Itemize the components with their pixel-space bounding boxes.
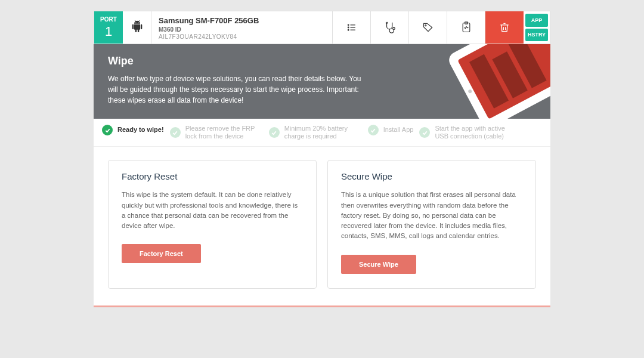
app-window: PORT 1 Samsung SM-F700F 256GB M360 ID AI… [94, 11, 550, 307]
svg-point-4 [348, 29, 349, 30]
secure-wipe-button[interactable]: Secure Wipe [341, 255, 416, 274]
status-ready: Ready to wipe! [102, 125, 164, 135]
list-icon[interactable] [333, 11, 371, 44]
status-text: Install App [383, 126, 414, 134]
status-frp: Please remove the FRP lock from the devi… [170, 125, 263, 140]
svg-point-9 [425, 25, 426, 26]
tablet-illustration [419, 44, 550, 119]
side-buttons: APP HSTRY [524, 11, 550, 44]
wipe-banner: Wipe We offer two type of device wipe so… [94, 44, 550, 119]
footer-accent [94, 305, 550, 307]
svg-point-0 [348, 24, 349, 26]
app-button[interactable]: APP [525, 14, 548, 27]
status-text: Start the app with active USB connection… [435, 125, 512, 140]
diagnostics-icon[interactable] [371, 11, 409, 44]
device-sub-label: M360 ID [159, 26, 325, 33]
svg-point-6 [392, 27, 395, 30]
wipe-icon[interactable] [485, 11, 524, 44]
wipe-options: Factory Reset This wipe is the system de… [94, 147, 550, 305]
svg-point-2 [348, 27, 349, 28]
secure-wipe-card: Secure Wipe This is a unique solution th… [327, 160, 536, 288]
factory-reset-card: Factory Reset This wipe is the system de… [108, 160, 317, 288]
banner-body: We offer two type of device wipe solutio… [108, 73, 370, 106]
card-body: This wipe is the system default. It can … [122, 190, 303, 231]
port-label: PORT [100, 16, 117, 23]
android-icon [131, 20, 143, 35]
tag-icon[interactable] [409, 11, 447, 44]
port-number: 1 [105, 24, 112, 39]
check-icon [368, 125, 379, 135]
top-bar: PORT 1 Samsung SM-F700F 256GB M360 ID AI… [94, 11, 550, 44]
card-body: This is a unique solution that first era… [341, 190, 522, 241]
status-text: Please remove the FRP lock from the devi… [185, 125, 263, 140]
card-title: Secure Wipe [341, 171, 522, 181]
factory-reset-button[interactable]: Factory Reset [122, 244, 201, 263]
status-row: Ready to wipe! Please remove the FRP loc… [94, 119, 550, 147]
check-icon [170, 127, 181, 138]
check-icon [102, 125, 113, 135]
port-indicator: PORT 1 [94, 11, 123, 44]
status-text: Ready to wipe! [117, 126, 164, 134]
card-title: Factory Reset [122, 171, 303, 181]
device-id: AIL7F3OUAR242LYOKV84 [159, 33, 325, 40]
status-usb: Start the app with active USB connection… [419, 125, 512, 140]
status-text: Minimum 20% battery charge is required [284, 125, 362, 140]
device-info: Samsung SM-F700F 256GB M360 ID AIL7F3OUA… [151, 11, 333, 44]
status-battery: Minimum 20% battery charge is required [269, 125, 362, 140]
device-name: Samsung SM-F700F 256GB [159, 16, 325, 25]
check-icon [269, 127, 280, 138]
status-install: Install App [368, 125, 414, 135]
os-cell [123, 11, 151, 44]
check-icon [419, 127, 430, 138]
report-icon[interactable] [447, 11, 485, 44]
history-button[interactable]: HSTRY [525, 29, 548, 42]
